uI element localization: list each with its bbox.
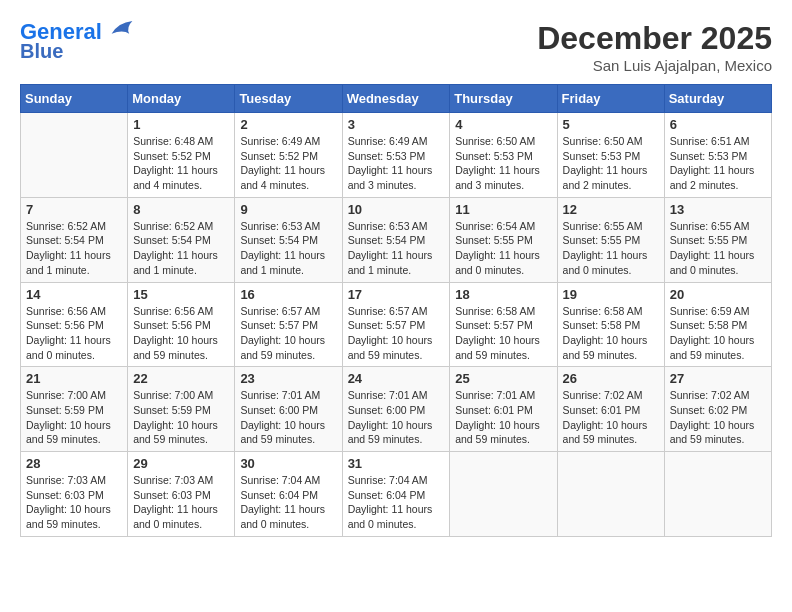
weekday-header-thursday: Thursday: [450, 85, 557, 113]
calendar-cell: 13Sunrise: 6:55 AM Sunset: 5:55 PM Dayli…: [664, 197, 771, 282]
calendar-cell: 18Sunrise: 6:58 AM Sunset: 5:57 PM Dayli…: [450, 282, 557, 367]
day-info: Sunrise: 6:49 AM Sunset: 5:53 PM Dayligh…: [348, 134, 445, 193]
day-number: 24: [348, 371, 445, 386]
day-number: 28: [26, 456, 122, 471]
calendar-week-4: 21Sunrise: 7:00 AM Sunset: 5:59 PM Dayli…: [21, 367, 772, 452]
day-number: 1: [133, 117, 229, 132]
calendar-cell: 7Sunrise: 6:52 AM Sunset: 5:54 PM Daylig…: [21, 197, 128, 282]
weekday-header-saturday: Saturday: [664, 85, 771, 113]
calendar-cell: 12Sunrise: 6:55 AM Sunset: 5:55 PM Dayli…: [557, 197, 664, 282]
calendar-cell: 29Sunrise: 7:03 AM Sunset: 6:03 PM Dayli…: [128, 452, 235, 537]
day-info: Sunrise: 6:57 AM Sunset: 5:57 PM Dayligh…: [240, 304, 336, 363]
day-info: Sunrise: 7:04 AM Sunset: 6:04 PM Dayligh…: [348, 473, 445, 532]
day-info: Sunrise: 6:58 AM Sunset: 5:57 PM Dayligh…: [455, 304, 551, 363]
calendar-week-2: 7Sunrise: 6:52 AM Sunset: 5:54 PM Daylig…: [21, 197, 772, 282]
calendar-cell: 14Sunrise: 6:56 AM Sunset: 5:56 PM Dayli…: [21, 282, 128, 367]
day-number: 4: [455, 117, 551, 132]
calendar-table: SundayMondayTuesdayWednesdayThursdayFrid…: [20, 84, 772, 537]
day-number: 8: [133, 202, 229, 217]
calendar-cell: [664, 452, 771, 537]
day-number: 23: [240, 371, 336, 386]
day-number: 14: [26, 287, 122, 302]
day-info: Sunrise: 7:00 AM Sunset: 5:59 PM Dayligh…: [133, 388, 229, 447]
day-number: 27: [670, 371, 766, 386]
day-number: 22: [133, 371, 229, 386]
weekday-header-wednesday: Wednesday: [342, 85, 450, 113]
day-info: Sunrise: 6:57 AM Sunset: 5:57 PM Dayligh…: [348, 304, 445, 363]
day-number: 19: [563, 287, 659, 302]
calendar-week-1: 1Sunrise: 6:48 AM Sunset: 5:52 PM Daylig…: [21, 113, 772, 198]
calendar-cell: 22Sunrise: 7:00 AM Sunset: 5:59 PM Dayli…: [128, 367, 235, 452]
calendar-cell: 10Sunrise: 6:53 AM Sunset: 5:54 PM Dayli…: [342, 197, 450, 282]
weekday-header-row: SundayMondayTuesdayWednesdayThursdayFrid…: [21, 85, 772, 113]
day-info: Sunrise: 6:52 AM Sunset: 5:54 PM Dayligh…: [133, 219, 229, 278]
day-info: Sunrise: 6:58 AM Sunset: 5:58 PM Dayligh…: [563, 304, 659, 363]
calendar-cell: 31Sunrise: 7:04 AM Sunset: 6:04 PM Dayli…: [342, 452, 450, 537]
day-number: 15: [133, 287, 229, 302]
day-info: Sunrise: 7:01 AM Sunset: 6:00 PM Dayligh…: [348, 388, 445, 447]
weekday-header-sunday: Sunday: [21, 85, 128, 113]
day-info: Sunrise: 7:02 AM Sunset: 6:01 PM Dayligh…: [563, 388, 659, 447]
day-info: Sunrise: 6:59 AM Sunset: 5:58 PM Dayligh…: [670, 304, 766, 363]
day-info: Sunrise: 7:02 AM Sunset: 6:02 PM Dayligh…: [670, 388, 766, 447]
calendar-cell: 11Sunrise: 6:54 AM Sunset: 5:55 PM Dayli…: [450, 197, 557, 282]
day-info: Sunrise: 6:50 AM Sunset: 5:53 PM Dayligh…: [455, 134, 551, 193]
day-info: Sunrise: 6:52 AM Sunset: 5:54 PM Dayligh…: [26, 219, 122, 278]
calendar-cell: 23Sunrise: 7:01 AM Sunset: 6:00 PM Dayli…: [235, 367, 342, 452]
day-info: Sunrise: 6:56 AM Sunset: 5:56 PM Dayligh…: [133, 304, 229, 363]
calendar-cell: 17Sunrise: 6:57 AM Sunset: 5:57 PM Dayli…: [342, 282, 450, 367]
day-number: 5: [563, 117, 659, 132]
day-info: Sunrise: 7:03 AM Sunset: 6:03 PM Dayligh…: [26, 473, 122, 532]
day-number: 12: [563, 202, 659, 217]
day-number: 6: [670, 117, 766, 132]
day-number: 11: [455, 202, 551, 217]
day-number: 9: [240, 202, 336, 217]
calendar-cell: [21, 113, 128, 198]
day-number: 7: [26, 202, 122, 217]
day-number: 17: [348, 287, 445, 302]
day-info: Sunrise: 6:53 AM Sunset: 5:54 PM Dayligh…: [240, 219, 336, 278]
day-info: Sunrise: 7:01 AM Sunset: 6:00 PM Dayligh…: [240, 388, 336, 447]
calendar-cell: 24Sunrise: 7:01 AM Sunset: 6:00 PM Dayli…: [342, 367, 450, 452]
weekday-header-friday: Friday: [557, 85, 664, 113]
day-number: 3: [348, 117, 445, 132]
day-info: Sunrise: 7:01 AM Sunset: 6:01 PM Dayligh…: [455, 388, 551, 447]
calendar-cell: 27Sunrise: 7:02 AM Sunset: 6:02 PM Dayli…: [664, 367, 771, 452]
calendar-cell: 15Sunrise: 6:56 AM Sunset: 5:56 PM Dayli…: [128, 282, 235, 367]
weekday-header-monday: Monday: [128, 85, 235, 113]
calendar-week-3: 14Sunrise: 6:56 AM Sunset: 5:56 PM Dayli…: [21, 282, 772, 367]
day-info: Sunrise: 6:53 AM Sunset: 5:54 PM Dayligh…: [348, 219, 445, 278]
calendar-cell: 19Sunrise: 6:58 AM Sunset: 5:58 PM Dayli…: [557, 282, 664, 367]
calendar-cell: 30Sunrise: 7:04 AM Sunset: 6:04 PM Dayli…: [235, 452, 342, 537]
day-number: 30: [240, 456, 336, 471]
day-number: 13: [670, 202, 766, 217]
logo: General Blue: [20, 20, 134, 62]
day-info: Sunrise: 6:51 AM Sunset: 5:53 PM Dayligh…: [670, 134, 766, 193]
calendar-cell: 3Sunrise: 6:49 AM Sunset: 5:53 PM Daylig…: [342, 113, 450, 198]
day-number: 29: [133, 456, 229, 471]
day-info: Sunrise: 6:48 AM Sunset: 5:52 PM Dayligh…: [133, 134, 229, 193]
weekday-header-tuesday: Tuesday: [235, 85, 342, 113]
calendar-cell: 20Sunrise: 6:59 AM Sunset: 5:58 PM Dayli…: [664, 282, 771, 367]
month-title: December 2025: [537, 20, 772, 57]
calendar-week-5: 28Sunrise: 7:03 AM Sunset: 6:03 PM Dayli…: [21, 452, 772, 537]
calendar-cell: 28Sunrise: 7:03 AM Sunset: 6:03 PM Dayli…: [21, 452, 128, 537]
day-number: 18: [455, 287, 551, 302]
calendar-cell: 6Sunrise: 6:51 AM Sunset: 5:53 PM Daylig…: [664, 113, 771, 198]
day-info: Sunrise: 7:04 AM Sunset: 6:04 PM Dayligh…: [240, 473, 336, 532]
logo-bird-icon: [110, 19, 134, 39]
calendar-cell: 5Sunrise: 6:50 AM Sunset: 5:53 PM Daylig…: [557, 113, 664, 198]
calendar-cell: 26Sunrise: 7:02 AM Sunset: 6:01 PM Dayli…: [557, 367, 664, 452]
calendar-cell: 8Sunrise: 6:52 AM Sunset: 5:54 PM Daylig…: [128, 197, 235, 282]
day-number: 31: [348, 456, 445, 471]
day-number: 10: [348, 202, 445, 217]
day-info: Sunrise: 6:56 AM Sunset: 5:56 PM Dayligh…: [26, 304, 122, 363]
day-info: Sunrise: 6:55 AM Sunset: 5:55 PM Dayligh…: [670, 219, 766, 278]
day-number: 16: [240, 287, 336, 302]
calendar-cell: [557, 452, 664, 537]
calendar-cell: [450, 452, 557, 537]
title-block: December 2025 San Luis Ajajalpan, Mexico: [537, 20, 772, 74]
calendar-cell: 21Sunrise: 7:00 AM Sunset: 5:59 PM Dayli…: [21, 367, 128, 452]
calendar-cell: 4Sunrise: 6:50 AM Sunset: 5:53 PM Daylig…: [450, 113, 557, 198]
day-info: Sunrise: 6:55 AM Sunset: 5:55 PM Dayligh…: [563, 219, 659, 278]
